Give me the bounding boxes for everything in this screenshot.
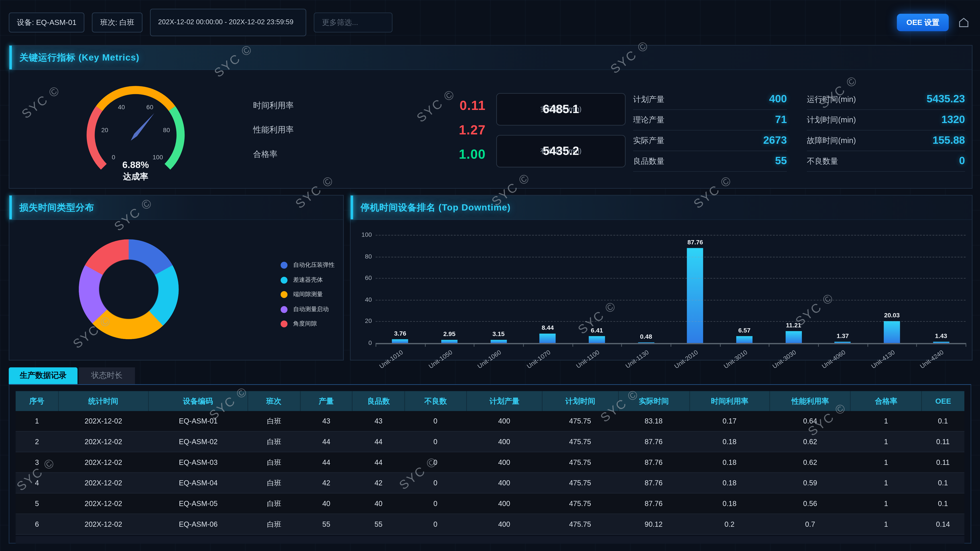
table-cell: 0.1 <box>922 411 964 431</box>
bars-row: 3.76Unit-10102.95Unit-10503.15Unit-10608… <box>375 235 966 343</box>
legend-item[interactable]: 自动测量启动 <box>281 302 335 317</box>
records-section: 生产数据记录状态时长 序号统计时间设备编码班次产量良品数不良数计划产量计划时间实… <box>9 367 971 544</box>
table-cell: 90.12 <box>618 514 689 534</box>
shift-filter-select[interactable]: 班次: 白班 <box>92 13 143 32</box>
legend-item[interactable]: 差速器壳体 <box>281 273 335 287</box>
bar-value-label: 1.37 <box>837 332 849 339</box>
table-cell: EQ-ASM-01 <box>148 411 248 431</box>
table-cell: 0.62 <box>770 432 850 452</box>
stat-box-value: 5435.2 <box>543 144 579 158</box>
axis-tick <box>474 343 475 347</box>
stat-label: 实际产量 <box>633 135 664 146</box>
x-axis-label: Unit-3030 <box>772 349 797 370</box>
date-range-picker[interactable]: 202X-12-02 00:00:00 - 202X-12-02 23:59:5… <box>150 9 306 36</box>
table-cell: EQ-ASM-02 <box>148 432 248 452</box>
oee-settings-button[interactable]: OEE 设置 <box>897 14 948 32</box>
panel-header: 停机时间设备排名 (Top Downtime) <box>351 195 972 220</box>
bar-slot: 1.37Unit-4060 <box>818 235 867 343</box>
home-icon[interactable] <box>956 15 971 30</box>
bar[interactable] <box>786 331 802 343</box>
table-header-cell: 性能利用率 <box>770 391 851 411</box>
bar[interactable] <box>589 336 605 343</box>
bar-value-label: 0.48 <box>640 333 652 340</box>
table-cell: 42 <box>352 473 404 493</box>
table-header-cell: 产量 <box>300 391 353 411</box>
stat-value: 55 <box>775 155 787 167</box>
table-cell: 1 <box>850 494 922 514</box>
axis-tick <box>966 343 966 347</box>
legend-item[interactable]: 自动化压装弹性 <box>281 258 335 273</box>
downtime-bar-chart: 3.76Unit-10102.95Unit-10503.15Unit-10608… <box>375 235 966 344</box>
bar[interactable] <box>736 336 752 343</box>
legend-dot-icon <box>281 262 288 269</box>
table-cell: 1 <box>16 411 58 431</box>
table-header-cell: 合格率 <box>851 391 922 411</box>
bar[interactable] <box>687 248 703 343</box>
x-axis-label: Unit-1010 <box>378 349 404 370</box>
table-row: 6202X-12-02EQ-ASM-06白班55550400475.7590.1… <box>16 514 964 535</box>
legend-dot-icon <box>281 276 288 284</box>
stat-row: 良品数量55 <box>633 151 787 172</box>
x-axis-label: Unit-1050 <box>427 349 453 370</box>
table-cell: 0.17 <box>689 411 770 431</box>
bar[interactable] <box>490 340 507 343</box>
axis-tick <box>769 343 770 347</box>
bar-slot: 6.57Unit-3010 <box>720 235 769 343</box>
gauge-segment <box>99 90 172 109</box>
gauge-tick-label: 80 <box>163 127 170 133</box>
rate-value: 1.00 <box>459 146 485 161</box>
panel-title: 停机时间设备排名 (Top Downtime) <box>361 202 511 213</box>
table-cell: 0.18 <box>689 494 770 514</box>
table-cell: 202X-12-02 <box>58 432 148 452</box>
more-filters-input[interactable]: 更多筛选... <box>314 13 393 32</box>
utilization-rates: 时间利用率0.11性能利用率1.27合格率1.00 <box>253 93 485 166</box>
legend-item[interactable]: 端间隙测量 <box>281 287 335 302</box>
legend-dot-icon <box>281 321 288 327</box>
stat-row: 计划产量400 <box>633 89 787 110</box>
table-cell: 5 <box>16 494 58 514</box>
tab-production-records[interactable]: 生产数据记录 <box>9 367 78 384</box>
gauge-value: 6.88% <box>67 159 204 170</box>
bar[interactable] <box>835 341 851 343</box>
bar-value-label: 20.03 <box>884 312 900 319</box>
bar-value-label: 3.76 <box>394 330 406 337</box>
table-cell: 400 <box>466 494 542 514</box>
axis-tick <box>867 343 868 347</box>
gauge-needle <box>131 113 154 141</box>
legend-label: 差速器壳体 <box>293 276 323 284</box>
table-cell: 0.2 <box>689 514 770 534</box>
device-filter-select[interactable]: 设备: EQ-ASM-01 <box>9 13 84 32</box>
bar-value-label: 87.76 <box>687 239 703 246</box>
table-cell: 202X-12-02 <box>58 411 148 431</box>
bar[interactable] <box>392 339 408 343</box>
table-row: 1202X-12-02EQ-ASM-01白班43430400475.7583.1… <box>16 411 964 432</box>
y-axis-label: 40 <box>356 296 372 303</box>
stat-label: 计划产量 <box>633 94 664 105</box>
bar-value-label: 6.57 <box>738 327 751 333</box>
stat-value: 155.88 <box>932 134 965 147</box>
bar[interactable] <box>933 341 949 343</box>
y-axis-label: 100 <box>356 231 372 238</box>
x-axis-label: Unit-1060 <box>476 349 503 370</box>
bar[interactable] <box>884 321 900 343</box>
bar[interactable] <box>539 334 556 343</box>
axis-tick <box>621 343 622 347</box>
stat-value: 2673 <box>763 134 787 147</box>
table-cell: 44 <box>352 453 404 472</box>
table-header-row: 序号统计时间设备编码班次产量良品数不良数计划产量计划时间实际时间时间利用率性能利… <box>16 391 964 411</box>
table-cell: 400 <box>466 411 542 431</box>
table-cell: 1 <box>850 453 922 472</box>
tab-status-duration[interactable]: 状态时长 <box>79 367 135 384</box>
table-header-cell: 班次 <box>248 391 300 411</box>
table-cell: 0.56 <box>770 494 850 514</box>
bar[interactable] <box>638 342 654 343</box>
bar[interactable] <box>441 340 458 343</box>
table-cell: 0.1 <box>922 494 964 514</box>
rate-label: 合格率 <box>253 148 277 160</box>
bar-value-label: 3.15 <box>492 330 505 337</box>
loss-legend: 自动化压装弹性差速器壳体端间隙测量自动测量启动角度间隙 <box>281 258 335 331</box>
table-cell: 43 <box>300 411 352 431</box>
x-axis-label: Unit-4240 <box>919 349 945 370</box>
legend-item[interactable]: 角度间隙 <box>281 317 335 331</box>
table-cell: 白班 <box>248 453 300 472</box>
